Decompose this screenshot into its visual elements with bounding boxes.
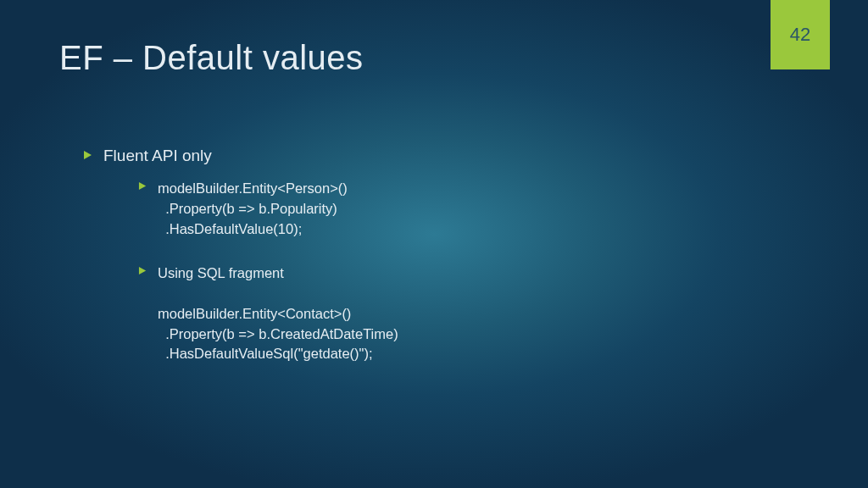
level2-container: modelBuilder.Entity<Person>() .Property(…: [138, 179, 398, 364]
triangle-bullet-icon: [138, 181, 147, 191]
bullet-level2: Using SQL fragment modelBuilder.Entity<C…: [138, 263, 398, 365]
svg-marker-1: [139, 182, 146, 190]
bullet-level1-text: Fluent API only: [103, 147, 212, 165]
bullet-level1: Fluent API only: [83, 147, 398, 165]
slide-title: EF – Default values: [59, 39, 364, 77]
bullet-level2-text: modelBuilder.Entity<Person>() .Property(…: [158, 179, 348, 240]
page-number: 42: [790, 24, 810, 46]
svg-marker-0: [84, 151, 92, 159]
bullet-level2-text: Using SQL fragment modelBuilder.Entity<C…: [158, 263, 398, 365]
bullet-level2: modelBuilder.Entity<Person>() .Property(…: [138, 179, 398, 240]
slide-content: Fluent API only modelBuilder.Entity<Pers…: [83, 147, 398, 388]
page-number-tab: 42: [771, 0, 830, 69]
triangle-bullet-icon: [83, 150, 93, 160]
triangle-bullet-icon: [138, 266, 147, 275]
svg-marker-2: [139, 267, 146, 274]
